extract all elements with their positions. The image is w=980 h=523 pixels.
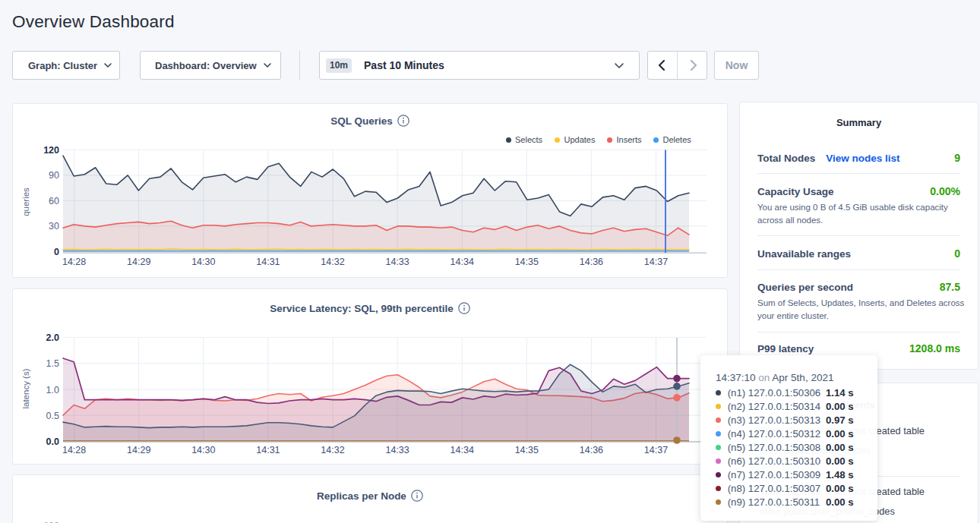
svg-text:14:33: 14:33 <box>385 445 409 455</box>
svg-text:14:31: 14:31 <box>256 445 280 455</box>
svg-text:0.0: 0.0 <box>46 436 59 447</box>
svg-text:14:37: 14:37 <box>644 445 668 455</box>
svg-text:14:29: 14:29 <box>127 257 150 267</box>
svg-text:queries: queries <box>21 187 30 216</box>
svg-text:14:28: 14:28 <box>62 445 86 455</box>
svg-text:60: 60 <box>49 196 59 206</box>
svg-text:14:34: 14:34 <box>450 445 474 455</box>
svg-text:14:29: 14:29 <box>127 445 150 455</box>
svg-text:14:32: 14:32 <box>321 445 344 455</box>
svg-text:90: 90 <box>49 170 59 181</box>
svg-text:1.0: 1.0 <box>46 385 59 395</box>
svg-text:14:36: 14:36 <box>580 257 603 267</box>
svg-text:0.5: 0.5 <box>46 411 59 421</box>
svg-text:14:32: 14:32 <box>321 257 344 267</box>
svg-text:2.0: 2.0 <box>46 332 59 343</box>
svg-text:0: 0 <box>54 247 59 257</box>
svg-text:120: 120 <box>43 145 59 156</box>
svg-text:14:35: 14:35 <box>515 445 539 455</box>
svg-text:30: 30 <box>49 221 59 232</box>
svg-text:14:30: 14:30 <box>191 445 215 455</box>
svg-text:14:28: 14:28 <box>62 257 86 267</box>
svg-text:14:30: 14:30 <box>191 257 215 267</box>
svg-text:14:31: 14:31 <box>256 257 280 267</box>
svg-text:14:36: 14:36 <box>580 445 603 455</box>
svg-text:14:34: 14:34 <box>450 257 474 267</box>
svg-text:latency (s): latency (s) <box>21 368 30 408</box>
svg-text:1.5: 1.5 <box>46 358 59 369</box>
svg-text:14:33: 14:33 <box>385 257 409 267</box>
svg-text:14:35: 14:35 <box>515 257 539 267</box>
svg-text:14:37: 14:37 <box>644 257 668 267</box>
